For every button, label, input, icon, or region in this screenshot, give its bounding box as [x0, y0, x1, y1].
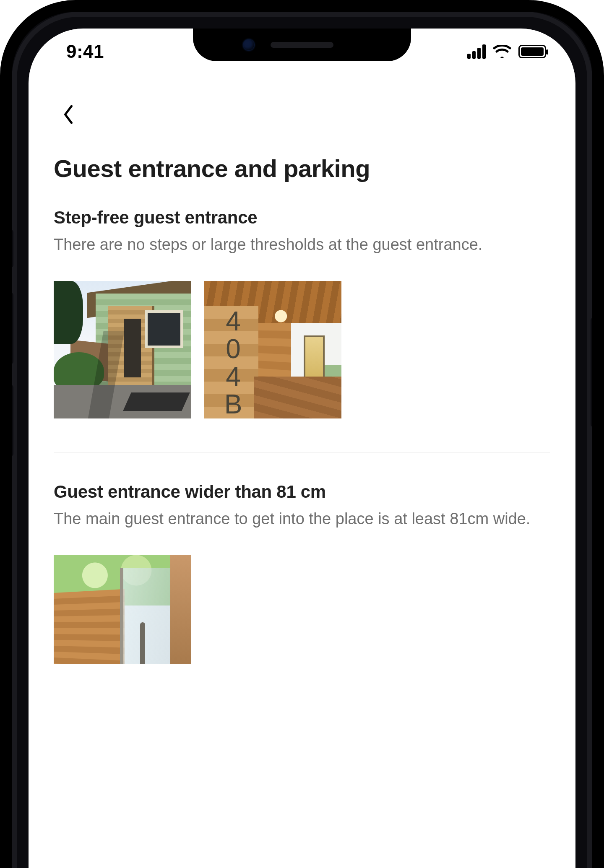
chevron-left-icon: [62, 104, 75, 125]
page-content: Guest entrance and parking Step-free gue…: [29, 129, 575, 664]
cellular-signal-icon: [467, 44, 486, 59]
feature-photo-row: [54, 555, 550, 664]
accessibility-photo-thumbnail[interactable]: [54, 281, 191, 418]
mute-switch: [8, 230, 13, 268]
phone-screen: 9:41: [29, 29, 575, 868]
feature-step-free-entrance: Step-free guest entrance There are no st…: [54, 208, 550, 418]
phone-frame: 9:41: [0, 0, 604, 868]
feature-description: There are no steps or large thresholds a…: [54, 234, 550, 256]
feature-heading: Guest entrance wider than 81 cm: [54, 482, 550, 502]
section-divider: [54, 452, 550, 452]
feature-entrance-width: Guest entrance wider than 81 cm The main…: [54, 482, 550, 664]
status-time: 9:41: [66, 41, 104, 62]
wifi-icon: [493, 45, 511, 58]
feature-description: The main guest entrance to get into the …: [54, 508, 550, 530]
nav-bar: [29, 75, 575, 129]
accessibility-photo-thumbnail[interactable]: [54, 555, 191, 664]
front-camera: [243, 39, 254, 50]
battery-icon: [518, 45, 546, 58]
device-notch: [193, 29, 411, 61]
status-indicators: [467, 44, 546, 59]
address-sign-text: 404B: [212, 306, 246, 417]
page-title: Guest entrance and parking: [54, 154, 550, 182]
back-button[interactable]: [54, 100, 83, 129]
feature-photo-row: 404B: [54, 281, 550, 418]
volume-down-button: [8, 385, 13, 456]
earpiece-speaker: [271, 42, 333, 48]
accessibility-photo-thumbnail[interactable]: 404B: [204, 281, 341, 418]
feature-heading: Step-free guest entrance: [54, 208, 550, 228]
power-button: [591, 318, 596, 427]
volume-up-button: [8, 293, 13, 364]
